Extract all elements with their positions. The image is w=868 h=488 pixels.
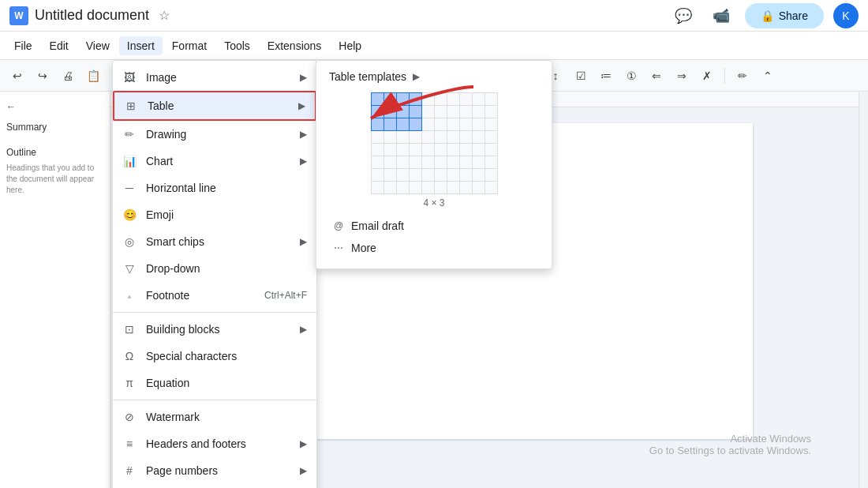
grid-cell[interactable] [383, 182, 396, 194]
menu-item-break[interactable]: ⊟ Break ▶ [113, 484, 316, 488]
grid-cell[interactable] [383, 156, 396, 169]
grid-cell[interactable] [396, 93, 409, 106]
menu-tools[interactable]: Tools [216, 36, 258, 55]
grid-cell[interactable] [434, 131, 447, 144]
grid-cell[interactable] [396, 106, 409, 118]
grid-cell[interactable] [371, 169, 383, 182]
menu-item-headers-footers[interactable]: ≡ Headers and footers ▶ [113, 430, 316, 457]
comment-icon-btn[interactable]: 💬 [669, 2, 698, 30]
grid-cell[interactable] [459, 106, 472, 118]
menu-item-image[interactable]: 🖼 Image ▶ [113, 64, 316, 91]
grid-cell[interactable] [421, 93, 434, 106]
grid-cell[interactable] [383, 93, 396, 106]
grid-cell[interactable] [485, 144, 497, 156]
clear-format-button[interactable]: ✗ [696, 65, 718, 87]
menu-view[interactable]: View [78, 36, 118, 55]
menu-item-drawing[interactable]: ✏ Drawing ▶ [113, 121, 316, 148]
grid-cell[interactable] [409, 169, 421, 182]
grid-cell[interactable] [472, 156, 485, 169]
grid-cell[interactable] [434, 118, 447, 131]
grid-cell[interactable] [485, 156, 497, 169]
menu-item-horizontal-line[interactable]: ─ Horizontal line [113, 175, 316, 201]
grid-cell[interactable] [396, 156, 409, 169]
menu-insert[interactable]: Insert [119, 36, 163, 55]
grid-cell[interactable] [434, 169, 447, 182]
grid-cell[interactable] [447, 93, 459, 106]
grid-cell[interactable] [371, 118, 383, 131]
grid-cell[interactable] [472, 182, 485, 194]
grid-cell[interactable] [485, 131, 497, 144]
toolbar-undo[interactable]: ↩ [6, 65, 28, 87]
menu-item-footnote[interactable]: ₐ Footnote Ctrl+Alt+F [113, 282, 316, 309]
decrease-indent-button[interactable]: ⇐ [645, 65, 668, 87]
menu-item-page-numbers[interactable]: # Page numbers ▶ [113, 457, 316, 484]
menu-format[interactable]: Format [164, 36, 215, 55]
grid-cell[interactable] [371, 131, 383, 144]
menu-item-emoji[interactable]: 😊 Emoji [113, 201, 316, 228]
share-button[interactable]: 🔒 Share [745, 3, 824, 28]
menu-file[interactable]: File [6, 36, 40, 55]
grid-cell[interactable] [371, 93, 383, 106]
grid-cell[interactable] [472, 93, 485, 106]
grid-cell[interactable] [459, 131, 472, 144]
grid-cell[interactable] [485, 169, 497, 182]
sidebar-back-button[interactable]: ← [6, 101, 103, 112]
grid-cell[interactable] [485, 118, 497, 131]
grid-cell[interactable] [383, 118, 396, 131]
grid-cell[interactable] [383, 106, 396, 118]
grid-cell[interactable] [421, 156, 434, 169]
menu-item-watermark[interactable]: ⊘ Watermark [113, 404, 316, 430]
numbered-list-button[interactable]: ① [620, 65, 642, 87]
grid-cell[interactable] [434, 156, 447, 169]
menu-help[interactable]: Help [331, 36, 369, 55]
expand-button[interactable]: ⌃ [757, 65, 779, 87]
grid-cell[interactable] [421, 182, 434, 194]
grid-cell[interactable] [409, 182, 421, 194]
grid-cell[interactable] [396, 118, 409, 131]
grid-cell[interactable] [485, 106, 497, 118]
grid-cell[interactable] [447, 156, 459, 169]
grid-cell[interactable] [383, 131, 396, 144]
grid-picker[interactable]: 4 × 3 [323, 89, 545, 212]
grid-cell[interactable] [383, 144, 396, 156]
menu-item-table[interactable]: ⊞ Table ▶ [113, 91, 316, 121]
grid-cell[interactable] [421, 106, 434, 118]
grid-cell[interactable] [409, 144, 421, 156]
grid-cell[interactable] [447, 144, 459, 156]
grid-cell[interactable] [459, 169, 472, 182]
grid-cell[interactable] [459, 144, 472, 156]
toolbar-print[interactable]: 🖨 [57, 65, 79, 87]
pen-button[interactable]: ✏ [731, 65, 754, 87]
grid-cell[interactable] [434, 144, 447, 156]
grid-cell[interactable] [396, 169, 409, 182]
grid-cell[interactable] [371, 156, 383, 169]
grid-cell[interactable] [421, 169, 434, 182]
toolbar-redo[interactable]: ↪ [32, 65, 54, 87]
grid-cell[interactable] [472, 131, 485, 144]
grid-cell[interactable] [447, 182, 459, 194]
grid-cell[interactable] [421, 144, 434, 156]
grid-cell[interactable] [371, 144, 383, 156]
menu-item-special-chars[interactable]: Ω Special characters [113, 343, 316, 370]
grid-cell[interactable] [447, 169, 459, 182]
grid-cell[interactable] [472, 106, 485, 118]
grid-cell[interactable] [396, 131, 409, 144]
grid-cell[interactable] [472, 118, 485, 131]
grid-table[interactable] [371, 92, 498, 194]
grid-cell[interactable] [459, 93, 472, 106]
bullet-list-button[interactable]: ≔ [595, 65, 617, 87]
grid-cell[interactable] [396, 182, 409, 194]
grid-cell[interactable] [485, 182, 497, 194]
grid-cell[interactable] [371, 106, 383, 118]
grid-cell[interactable] [447, 118, 459, 131]
grid-cell[interactable] [371, 182, 383, 194]
submenu-email-draft[interactable]: @ Email draft [323, 215, 545, 237]
grid-cell[interactable] [434, 106, 447, 118]
grid-cell[interactable] [409, 118, 421, 131]
grid-cell[interactable] [472, 144, 485, 156]
menu-extensions[interactable]: Extensions [260, 36, 329, 55]
grid-cell[interactable] [472, 169, 485, 182]
menu-edit[interactable]: Edit [42, 36, 77, 55]
menu-item-smart-chips[interactable]: ◎ Smart chips ▶ [113, 228, 316, 255]
grid-cell[interactable] [383, 169, 396, 182]
